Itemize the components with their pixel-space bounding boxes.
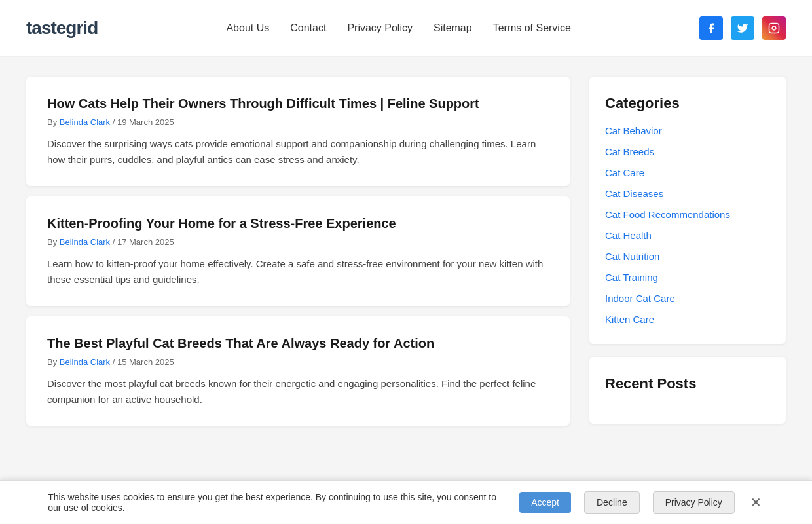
list-item: Cat Training xyxy=(605,272,770,284)
article-author-2[interactable]: Belinda Clark xyxy=(60,237,110,247)
nav-about[interactable]: About Us xyxy=(226,22,269,34)
category-cat-diseases[interactable]: Cat Diseases xyxy=(605,188,663,199)
social-icons xyxy=(699,16,786,40)
category-indoor-cat[interactable]: Indoor Cat Care xyxy=(605,293,675,304)
nav-privacy[interactable]: Privacy Policy xyxy=(347,22,413,34)
main-nav: About Us Contact Privacy Policy Sitemap … xyxy=(226,22,570,34)
nav-terms[interactable]: Terms of Service xyxy=(493,22,571,34)
list-item: Kitten Care xyxy=(605,314,770,326)
list-item: Indoor Cat Care xyxy=(605,293,770,305)
svg-rect-0 xyxy=(769,24,779,33)
list-item: Cat Breeds xyxy=(605,146,770,158)
category-cat-food[interactable]: Cat Food Recommendations xyxy=(605,209,730,220)
category-kitten-care[interactable]: Kitten Care xyxy=(605,314,654,325)
article-title-2[interactable]: Kitten-Proofing Your Home for a Stress-F… xyxy=(47,215,549,232)
list-item: Cat Nutrition xyxy=(605,251,770,263)
articles-column: How Cats Help Their Owners Through Diffi… xyxy=(26,77,570,437)
article-card-2: Kitten-Proofing Your Home for a Stress-F… xyxy=(26,196,570,306)
twitter-icon[interactable] xyxy=(731,16,754,40)
category-cat-health[interactable]: Cat Health xyxy=(605,230,652,241)
list-item: Cat Health xyxy=(605,230,770,242)
article-meta-2: By Belinda Clark / 17 March 2025 xyxy=(47,237,549,247)
article-excerpt-1: Discover the surprising ways cats provid… xyxy=(47,136,549,168)
category-list: Cat Behavior Cat Breeds Cat Care Cat Dis… xyxy=(605,125,770,326)
article-meta-1: By Belinda Clark / 19 March 2025 xyxy=(47,117,549,127)
category-cat-breeds[interactable]: Cat Breeds xyxy=(605,146,654,157)
sidebar: Categories Cat Behavior Cat Breeds Cat C… xyxy=(589,77,786,437)
article-card-3: The Best Playful Cat Breeds That Are Alw… xyxy=(26,316,570,426)
article-title-1[interactable]: How Cats Help Their Owners Through Diffi… xyxy=(47,95,549,112)
list-item: Cat Behavior xyxy=(605,125,770,137)
list-item: Cat Care xyxy=(605,167,770,179)
facebook-icon[interactable] xyxy=(699,16,723,40)
article-card-1: How Cats Help Their Owners Through Diffi… xyxy=(26,77,570,186)
article-meta-3: By Belinda Clark / 15 March 2025 xyxy=(47,357,549,367)
article-date-2: 17 March 2025 xyxy=(117,237,174,247)
category-cat-care[interactable]: Cat Care xyxy=(605,167,644,178)
recent-posts-card: Recent Posts xyxy=(589,357,786,424)
article-author-3[interactable]: Belinda Clark xyxy=(60,357,110,367)
recent-posts-heading: Recent Posts xyxy=(605,375,770,392)
nav-sitemap[interactable]: Sitemap xyxy=(434,22,472,34)
categories-card: Categories Cat Behavior Cat Breeds Cat C… xyxy=(589,77,786,344)
page-content: How Cats Help Their Owners Through Diffi… xyxy=(13,77,799,437)
category-cat-training[interactable]: Cat Training xyxy=(605,272,658,283)
article-title-3[interactable]: The Best Playful Cat Breeds That Are Alw… xyxy=(47,335,549,352)
category-cat-behavior[interactable]: Cat Behavior xyxy=(605,125,662,136)
list-item: Cat Food Recommendations xyxy=(605,209,770,221)
nav-contact[interactable]: Contact xyxy=(290,22,326,34)
site-header: tastegrid About Us Contact Privacy Polic… xyxy=(0,0,812,57)
list-item: Cat Diseases xyxy=(605,188,770,200)
article-date-1: 19 March 2025 xyxy=(117,117,174,127)
site-logo: tastegrid xyxy=(26,18,98,39)
article-author-1[interactable]: Belinda Clark xyxy=(60,117,110,127)
article-date-3: 15 March 2025 xyxy=(117,357,174,367)
instagram-icon[interactable] xyxy=(762,16,786,40)
article-excerpt-3: Discover the most playful cat breeds kno… xyxy=(47,376,549,407)
category-cat-nutrition[interactable]: Cat Nutrition xyxy=(605,251,659,262)
article-excerpt-2: Learn how to kitten-proof your home effe… xyxy=(47,256,549,288)
categories-heading: Categories xyxy=(605,95,770,112)
